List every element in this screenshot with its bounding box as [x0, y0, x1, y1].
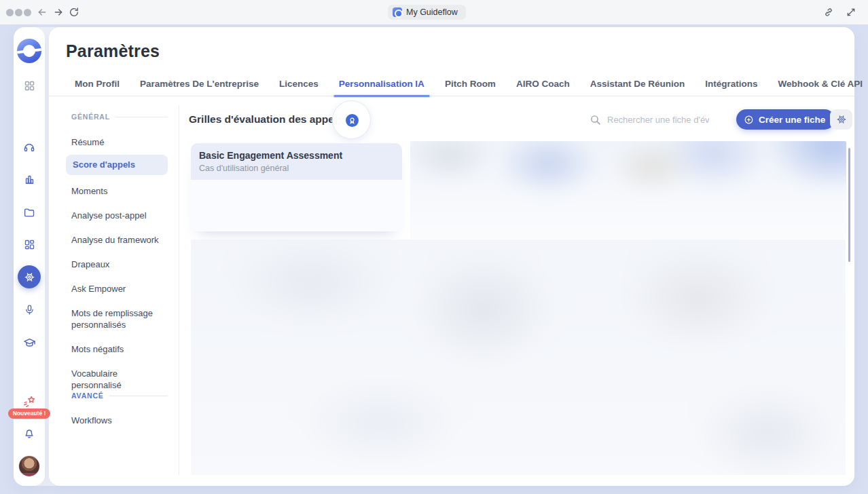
rubric-search	[590, 109, 719, 130]
window-control-dot[interactable]	[24, 9, 31, 16]
sidebar-section-general: GÉNÉRAL	[71, 113, 110, 121]
browser-chrome: My Guideflow	[0, 0, 868, 24]
sidebar-item-mots-negatifs[interactable]: Mots négatifs	[71, 343, 168, 355]
create-rubric-button[interactable]: Créer une fiche	[736, 109, 835, 130]
tab-webhook-api[interactable]: Webhook & Clé API	[778, 73, 863, 96]
settings-active-item[interactable]	[14, 265, 45, 288]
rubric-title: Basic Engagement Assessment	[199, 150, 394, 161]
plus-circle-icon	[744, 115, 754, 125]
window-control-dot[interactable]	[15, 9, 22, 16]
tab-parametres-entreprise[interactable]: Paramètres De L'entreprise	[140, 73, 259, 96]
browser-tab[interactable]: My Guideflow	[388, 5, 466, 20]
evaluation-badge-icon	[346, 114, 359, 127]
blurred-content-panel	[191, 240, 846, 475]
library-folder-icon[interactable]	[14, 206, 45, 218]
fullscreen-icon[interactable]	[844, 5, 858, 20]
sidebar-divider	[179, 105, 179, 475]
sidebar-item-score-appels[interactable]: Score d'appels	[66, 155, 168, 175]
content-heading: Grilles d'évaluation des appels	[189, 113, 343, 126]
tab-assistant-reunion[interactable]: Assistant De Réunion	[590, 73, 685, 96]
notifications-bell-icon[interactable]	[14, 428, 45, 440]
user-avatar[interactable]	[14, 456, 45, 476]
vertical-scrollbar[interactable]	[848, 148, 850, 262]
sidebar-item-ask-empower[interactable]: Ask Empower	[71, 283, 168, 294]
create-rubric-label: Créer une fiche	[759, 115, 825, 125]
avatar-photo	[19, 456, 39, 476]
calls-headset-icon[interactable]	[14, 141, 45, 153]
guide-spotlight[interactable]	[332, 100, 371, 139]
analytics-icon[interactable]	[14, 174, 45, 185]
tab-mon-profil[interactable]: Mon Profil	[75, 73, 120, 96]
tab-integrations[interactable]: Intégrations	[705, 73, 757, 96]
window-control-dot[interactable]	[6, 9, 14, 16]
apps-layout-icon[interactable]	[14, 239, 45, 250]
copy-link-icon[interactable]	[821, 5, 836, 20]
rubric-settings-button[interactable]	[830, 109, 852, 130]
dashboard-icon[interactable]	[14, 80, 45, 92]
settings-tabs: Mon Profil Paramètres De L'entreprise Li…	[75, 73, 863, 96]
new-feature-badge: Nouveauté !	[8, 408, 50, 419]
tab-personnalisation-ia[interactable]: Personnalisation IA	[339, 73, 424, 96]
search-input[interactable]	[607, 115, 709, 125]
forward-icon[interactable]	[50, 4, 67, 20]
tab-licences[interactable]: Licences	[279, 73, 319, 96]
rubric-subtitle: Cas d'utilisation général	[199, 164, 394, 173]
sidebar-item-analyse-post-appel[interactable]: Analyse post-appel	[71, 210, 168, 221]
blurred-detail-panel	[410, 141, 846, 240]
reload-icon[interactable]	[66, 4, 82, 20]
sidebar-item-resume[interactable]: Résumé	[71, 136, 168, 148]
gear-icon	[836, 114, 847, 125]
browser-tab-title: My Guideflow	[406, 7, 458, 17]
whats-new-star-icon[interactable]	[14, 394, 45, 409]
section-rule	[115, 117, 168, 117]
learning-cap-icon[interactable]	[14, 337, 45, 349]
section-rule	[109, 396, 168, 396]
tab-airo-coach[interactable]: AIRO Coach	[516, 73, 570, 96]
sidebar-section-avance: AVANCÉ	[71, 392, 104, 400]
sidebar-item-vocabulaire[interactable]: Vocabulaire personnalisé	[71, 368, 168, 391]
tab-pitch-room[interactable]: Pitch Room	[445, 73, 496, 96]
back-icon[interactable]	[34, 4, 50, 20]
tabs-divider	[49, 96, 854, 96]
settings-gear-icon	[18, 265, 41, 288]
sidebar-item-drapeaux[interactable]: Drapeaux	[71, 259, 168, 270]
app-logo[interactable]	[14, 39, 45, 63]
guideflow-logo-icon	[393, 7, 402, 17]
app-logo-icon	[17, 39, 41, 63]
sidebar-item-analyse-framework[interactable]: Analyse du framework	[71, 234, 168, 246]
sidebar-item-moments[interactable]: Moments	[71, 185, 168, 197]
rubric-list: Basic Engagement Assessment Cas d'utilis…	[191, 143, 402, 231]
screen: My Guideflow	[0, 0, 868, 494]
page-title: Paramètres	[66, 41, 160, 61]
sidebar-item-workflows[interactable]: Workflows	[71, 415, 168, 426]
rubric-card-selected[interactable]: Basic Engagement Assessment Cas d'utilis…	[191, 143, 402, 180]
sidebar-item-mots-remplissage[interactable]: Mots de remplissage personnalisés	[71, 307, 158, 330]
microphone-icon[interactable]	[14, 304, 45, 316]
search-icon	[590, 114, 601, 126]
